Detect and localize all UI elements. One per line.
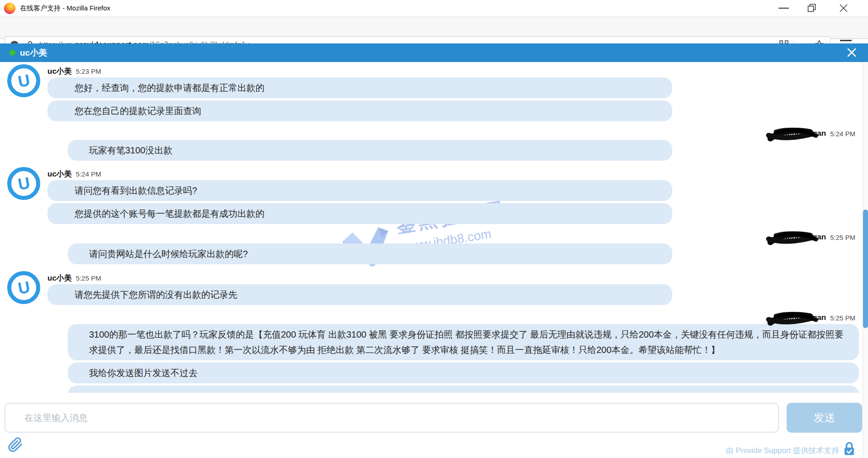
sender-row: uc小美 5:24 PM [47, 168, 863, 180]
message-group-visitor: dinghaigan 5:25 PM 3100的那一笔也出款了吗？玩家反馈的是【… [0, 312, 863, 393]
message-input[interactable] [5, 403, 779, 433]
redacted-sender: dinghaigan [785, 233, 826, 242]
message-bubble: 请您先提供下您所谓的没有出款的记录先 [47, 284, 672, 305]
message-text: 请问贵网站是什么时候给玩家出款的呢? [89, 248, 248, 260]
powered-by-link[interactable]: 由 Provide Support 提供技术支持 [726, 445, 839, 456]
uc-logo-icon: U [16, 277, 31, 298]
chat-header: uc小美 [0, 43, 868, 62]
message-bubble: 您好，经查询，您的提款申请都是有正常出款的 [47, 77, 672, 98]
redacted-sender: dinghaigan [785, 129, 826, 138]
message-group-agent: U uc小美 5:24 PM 请问您有看到出款信息记录吗? 您提供的这个账号每一… [0, 168, 863, 224]
chat-message-list: 鉴黑担保网 www.jhdb8.com U uc小美 5:23 PM 您好，经查… [0, 62, 863, 393]
sender-row: uc小美 5:25 PM [47, 272, 863, 284]
message-group-visitor: dinghaigan 5:25 PM 请问贵网站是什么时候给玩家出款的呢? [0, 231, 863, 264]
message-time: 5:25 PM [76, 274, 101, 282]
uc-logo-icon: U [16, 173, 31, 194]
sender-name: uc小美 [47, 169, 72, 179]
close-icon [839, 3, 849, 13]
message-text: 玩家有笔3100没出款 [89, 144, 173, 157]
message-bubble: 您提供的这个账号每一笔提款都是有成功出款的 [47, 203, 672, 224]
sender-row: dinghaigan 5:25 PM [0, 231, 863, 243]
message-group-agent: U uc小美 5:23 PM 您好，经查询，您的提款申请都是有正常出款的 您在您… [0, 65, 863, 121]
sender-name: dinghaigan [785, 313, 826, 322]
message-bubble: 请问贵网站是什么时候给玩家出款的呢? [68, 243, 672, 264]
message-bubble-partial [68, 386, 859, 393]
message-time: 5:25 PM [830, 314, 855, 322]
message-time: 5:25 PM [830, 234, 855, 241]
paperclip-icon [8, 437, 23, 453]
message-text: 您在您自己的提款记录里面查询 [75, 105, 201, 117]
sender-name: dinghaigan [785, 233, 826, 241]
chat-agent-title: uc小美 [20, 47, 47, 59]
message-text: 3100的那一笔也出款了吗？玩家反馈的是【充值200 玩体育 出款3100 被黑… [89, 327, 845, 358]
message-time: 5:24 PM [76, 170, 101, 178]
restore-button[interactable] [807, 4, 816, 14]
redacted-sender: dinghaigan [785, 313, 826, 322]
sender-row: dinghaigan 5:24 PM [0, 128, 863, 139]
message-bubble: 您在您自己的提款记录里面查询 [47, 100, 672, 121]
message-text: 请您先提供下您所谓的没有出款的记录先 [75, 289, 237, 301]
close-icon [846, 47, 857, 58]
sender-row: dinghaigan 5:25 PM [0, 312, 863, 324]
message-group-visitor: dinghaigan 5:24 PM 玩家有笔3100没出款 [0, 128, 863, 161]
message-bubble: 玩家有笔3100没出款 [68, 140, 672, 161]
message-text: 请问您有看到出款信息记录吗? [75, 185, 197, 197]
close-window-button[interactable] [839, 3, 849, 15]
scrollbar-thumb[interactable] [863, 210, 868, 328]
sender-name: uc小美 [47, 66, 72, 76]
message-bubble: 我给你发送图片发送不过去 [68, 363, 859, 383]
agent-avatar: U [7, 64, 40, 97]
agent-avatar: U [7, 167, 40, 200]
message-bubble: 3100的那一笔也出款了吗？玩家反馈的是【充值200 玩体育 出款3100 被黑… [68, 324, 859, 360]
message-text: 您好，经查询，您的提款申请都是有正常出款的 [75, 82, 264, 94]
sender-row: uc小美 5:23 PM [47, 65, 863, 77]
message-text: 您提供的这个账号每一笔提款都是有成功出款的 [75, 208, 264, 220]
minimize-button[interactable] [778, 8, 789, 9]
sender-name: uc小美 [47, 273, 72, 283]
secure-lock-icon [843, 442, 855, 458]
message-time: 5:24 PM [830, 130, 855, 138]
firefox-icon [4, 3, 15, 14]
restore-icon [807, 4, 816, 13]
message-group-agent: U uc小美 5:25 PM 请您先提供下您所谓的没有出款的记录先 [0, 272, 863, 305]
message-bubble: 请问您有看到出款信息记录吗? [47, 180, 672, 201]
window-titlebar: 在线客户支持 - Mozilla Firefox [0, 0, 868, 17]
uc-logo-icon: U [16, 71, 31, 91]
sender-name: dinghaigan [785, 129, 826, 138]
agent-avatar: U [7, 271, 40, 304]
chat-close-button[interactable] [846, 47, 857, 60]
online-status-dot [9, 50, 15, 56]
message-time: 5:23 PM [76, 67, 101, 75]
browser-toolbar: https://vm.providesupport.com/16o3ppbyal… [0, 17, 868, 39]
message-text: 我给你发送图片发送不过去 [89, 365, 198, 381]
attach-file-button[interactable] [7, 437, 24, 453]
send-button[interactable]: 发送 [787, 403, 862, 433]
window-title: 在线客户支持 - Mozilla Firefox [20, 4, 110, 13]
